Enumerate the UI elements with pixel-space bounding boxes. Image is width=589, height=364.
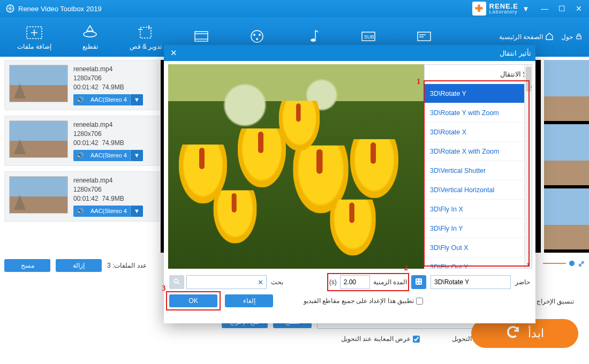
file-list: reneelab.mp4 1280x706 00:01:42 74.9MB 🔊A… [4,60,160,227]
effect-item[interactable]: 3D\Vertical Horizontal [425,180,532,200]
duration-input[interactable] [340,275,370,289]
svg-rect-20 [416,278,422,285]
effect-item-none[interactable]: لا الانتقال [425,65,532,84]
file-name: reneelab.mp4 [73,176,143,185]
output-format-label: تنسيق الإخراج [537,298,585,305]
file-thumbnail [9,120,68,158]
preview-after-checkbox[interactable]: عرض المعاينة عند التحويل [341,335,420,343]
search-input[interactable] [186,275,267,289]
add-files-icon [25,24,43,42]
about-label: حول [561,33,573,41]
file-list-item[interactable]: reneelab.mp4 1280x706 00:01:42 74.9MB 🔊A… [4,116,160,166]
clear-button[interactable]: مسح [4,259,50,272]
file-thumbnail [9,176,68,214]
ok-button[interactable]: OK [169,294,217,307]
tool-add-files[interactable]: إضافة ملفات [6,24,62,50]
audio-chip[interactable]: 🔊AAC(Stereo 4▼ [73,150,143,161]
dialog-title: تأثير انتقال [500,49,531,57]
scroll-down-icon[interactable]: ▼ [525,261,532,268]
nav-about[interactable]: حول [561,33,583,42]
palette-icon [248,27,266,46]
lock-icon [575,33,583,42]
scroll-thumb[interactable] [526,67,531,92]
speaker-icon: 🔊 [73,150,87,161]
timeline-bar[interactable]: ⤢ [543,258,585,269]
svg-point-22 [419,279,421,281]
dice-icon [414,277,423,287]
nav-home[interactable]: الصفحة الرئيسية [499,32,554,42]
speaker-icon: 🔊 [73,94,87,105]
dialog-titlebar: تأثير انتقال ✕ [164,45,535,61]
duration-group: 2 المدة الزمنية (s) [329,275,407,289]
effects-list[interactable]: لا الانتقال 3D\Rotate Y 3D\Rotate Y with… [424,64,532,269]
cut-icon [81,24,99,42]
tool-subtitle[interactable]: SUB [341,27,396,47]
svg-point-21 [417,279,418,281]
current-label: حاضر [515,278,530,286]
random-effect-button[interactable] [411,275,426,289]
svg-point-25 [174,279,178,283]
subtitle-icon: SUB [359,27,377,46]
effect-item[interactable]: 3D\Fly Out X [425,238,532,257]
effect-item[interactable]: 3D\Fly In Y [425,219,532,238]
window-maximize-button[interactable]: ☐ [554,2,570,15]
brand-block: ✚ RENE.E Laboratory [472,2,518,16]
effect-item[interactable]: 3D\Vertical Shutter [425,161,532,180]
effect-item[interactable]: 3D\Rotate X with Zoom [425,142,532,161]
file-size: 74.9MB [102,195,124,202]
svg-point-23 [417,282,418,284]
effect-item[interactable]: 3D\Fly In X [425,200,532,219]
tool-filmstrip[interactable] [173,27,229,47]
clear-search-icon[interactable]: ✕ [258,278,263,286]
brand-logo-icon: ✚ [472,2,486,16]
apply-all-checkbox[interactable]: تطبيق هذا الإعداد على جميع مقاطع الفيديو [304,297,423,305]
audio-chip[interactable]: 🔊AAC(Stereo 4▼ [73,206,143,217]
effect-item[interactable]: 3D\Fly Out Y [425,257,532,269]
remove-button[interactable]: إزالة [56,259,102,272]
apply-all-label: تطبيق هذا الإعداد على جميع مقاطع الفيديو [304,297,414,305]
file-size: 74.9MB [102,84,124,91]
tool-audio[interactable] [285,27,341,47]
cancel-button[interactable]: إلغاء [225,294,273,307]
window-close-button[interactable]: ✕ [571,2,587,15]
timeline-handle-icon[interactable] [569,261,575,266]
search-label: بحث [271,278,283,286]
dialog-close-button[interactable]: ✕ [168,48,179,58]
audio-codec: AAC(Stereo 4 [87,206,130,217]
chevron-down-icon: ▼ [130,206,143,217]
brand-subtitle: Laboratory [489,9,518,14]
file-list-item[interactable]: reneelab.mp4 1280x706 00:01:42 74.9MB 🔊A… [4,60,160,110]
current-effect-input[interactable] [431,275,511,289]
svg-line-26 [178,282,180,284]
dialog-controls: حاضر 2 المدة الزمنية (s) بحث ✕ [164,272,535,323]
tool-settings-card[interactable] [396,27,452,47]
app-logo-icon [5,4,15,13]
start-button[interactable]: ابدأ [471,319,578,348]
tool-effects[interactable] [229,27,285,47]
expand-icon[interactable]: ⤢ [578,259,585,269]
transition-effect-dialog: تأثير انتقال ✕ 1 لا الانتقال 3D\Rotate Y… [164,45,535,323]
card-icon [415,27,433,46]
audio-codec: AAC(Stereo 4 [87,150,130,161]
svg-point-9 [251,31,263,42]
timeline-preview-strip [544,60,589,253]
tool-cut[interactable]: تقطيع [62,24,118,50]
brand-menu-caret-icon[interactable]: ▼ [520,3,531,14]
crop-rotate-icon [137,24,155,42]
refresh-icon [505,324,520,343]
file-resolution: 1280x706 [73,130,143,139]
window-minimize-button[interactable]: — [537,2,553,15]
effect-item[interactable]: 3D\Rotate X [425,123,532,142]
window-title: Renee Video Toolbox 2019 [18,5,102,13]
file-list-item[interactable]: reneelab.mp4 1280x706 00:01:42 74.9MB 🔊A… [4,171,160,222]
file-resolution: 1280x706 [73,185,143,194]
effect-item[interactable]: 3D\Rotate Y [425,84,532,103]
audio-chip[interactable]: 🔊AAC(Stereo 4▼ [73,94,143,105]
duration-unit: (s) [329,278,337,286]
file-resolution: 1280x706 [73,74,143,83]
search-icon [173,278,180,287]
brand-name: RENE.E [489,3,518,9]
search-button[interactable] [169,275,184,289]
effects-scrollbar[interactable]: ▲ ▼ [524,65,532,268]
effect-item[interactable]: 3D\Rotate Y with Zoom [425,103,532,123]
